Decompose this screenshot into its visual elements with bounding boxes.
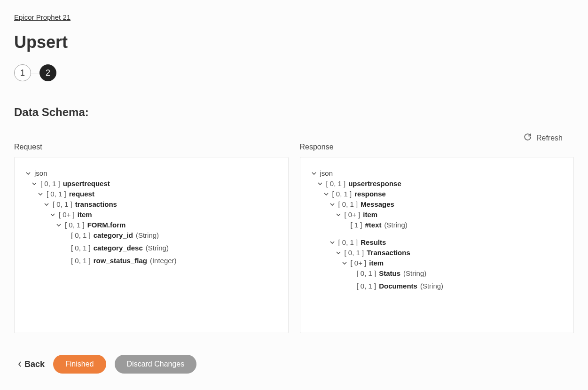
- tree-leaf[interactable]: [ 0, 1 ] category_id (String): [62, 231, 278, 239]
- section-title: Data Schema:: [14, 106, 574, 119]
- tree-node-name: Transactions: [367, 249, 410, 257]
- chevron-down-icon[interactable]: [323, 192, 329, 196]
- tree-leaf[interactable]: [ 0, 1 ] row_status_flag (Integer): [62, 257, 278, 265]
- finished-button[interactable]: Finished: [53, 355, 106, 374]
- tree-node-name: FORM.form: [87, 221, 126, 229]
- chevron-down-icon[interactable]: [341, 261, 348, 265]
- tree-node-name: item: [369, 259, 384, 267]
- chevron-down-icon[interactable]: [43, 202, 50, 207]
- request-column-label: Request: [14, 143, 289, 151]
- tree-node-root[interactable]: json: [25, 169, 278, 177]
- tree-leaf[interactable]: [ 0, 1 ] Documents (String): [347, 282, 564, 290]
- back-label: Back: [24, 359, 45, 369]
- stepper: 1 2: [14, 64, 574, 81]
- chevron-down-icon[interactable]: [335, 250, 342, 255]
- tree-node-name: item: [78, 211, 92, 218]
- tree-node-type: (String): [136, 231, 159, 239]
- tree-node-label: json: [320, 169, 333, 177]
- tree-node-cardinality: [ 0, 1 ]: [345, 249, 364, 257]
- tree-node-name: Status: [379, 269, 400, 277]
- tree-node[interactable]: [ 0+ ] item: [341, 259, 564, 267]
- chevron-down-icon[interactable]: [329, 240, 336, 245]
- tree-node-name: upsertresponse: [348, 179, 401, 187]
- tree-node[interactable]: [ 0, 1 ] upsertresponse: [317, 179, 564, 187]
- tree-node-cardinality: [ 0, 1 ]: [326, 179, 346, 187]
- tree-node-name: request: [69, 190, 94, 198]
- tree-node-cardinality: [ 0, 1 ]: [40, 179, 60, 187]
- tree-node[interactable]: [ 0, 1 ] request: [37, 190, 278, 198]
- tree-node-cardinality: [ 0, 1 ]: [357, 269, 376, 277]
- tree-node-cardinality: [ 0, 1 ]: [332, 190, 352, 198]
- tree-leaf[interactable]: [ 1 ] #text (String): [341, 221, 564, 229]
- tree-leaf[interactable]: [ 0, 1 ] Status (String): [347, 269, 564, 277]
- tree-node[interactable]: [ 0, 1 ] Transactions: [335, 249, 564, 257]
- tree-node-name: transactions: [75, 200, 117, 208]
- tree-node-cardinality: [ 0, 1 ]: [53, 200, 72, 208]
- tree-node-cardinality: [ 0+ ]: [351, 259, 367, 267]
- tree-node-name: Results: [361, 238, 386, 246]
- tree-node-type: (String): [384, 221, 408, 229]
- tree-node-name: response: [354, 190, 386, 198]
- tree-node-type: (String): [403, 269, 426, 277]
- chevron-down-icon[interactable]: [25, 171, 31, 176]
- tree-node-cardinality: [ 0, 1 ]: [357, 282, 376, 290]
- tree-node-name: Documents: [379, 282, 417, 290]
- tree-node[interactable]: [ 0, 1 ] FORM.form: [55, 221, 278, 229]
- tree-node-cardinality: [ 0, 1 ]: [65, 221, 85, 229]
- chevron-down-icon[interactable]: [317, 181, 323, 186]
- tree-node[interactable]: [ 0, 1 ] upsertrequest: [31, 179, 278, 187]
- chevron-down-icon[interactable]: [55, 223, 62, 227]
- chevron-left-icon: [18, 359, 22, 369]
- request-tree-panel: json [ 0, 1 ] upsertrequest: [14, 157, 289, 333]
- tree-node-cardinality: [ 0, 1 ]: [47, 190, 66, 198]
- breadcrumb[interactable]: Epicor Prophet 21: [14, 13, 71, 21]
- tree-node-type: (Integer): [150, 257, 177, 265]
- chevron-down-icon[interactable]: [37, 192, 44, 196]
- tree-node[interactable]: [ 0, 1 ] response: [323, 190, 564, 198]
- tree-node-cardinality: [ 0+ ]: [345, 211, 361, 218]
- tree-node[interactable]: [ 0, 1 ] Results: [329, 238, 564, 246]
- step-connector: [31, 73, 39, 73]
- chevron-down-icon[interactable]: [31, 181, 38, 186]
- chevron-down-icon[interactable]: [329, 202, 336, 207]
- tree-node-name: upsertrequest: [63, 179, 110, 187]
- tree-node-cardinality: [ 0, 1 ]: [71, 231, 91, 239]
- chevron-down-icon[interactable]: [335, 212, 342, 217]
- tree-node[interactable]: [ 0+ ] item: [335, 211, 564, 218]
- tree-node-cardinality: [ 0, 1 ]: [71, 257, 91, 265]
- tree-leaf[interactable]: [ 0, 1 ] category_desc (String): [62, 244, 278, 252]
- discard-changes-button[interactable]: Discard Changes: [115, 355, 197, 374]
- tree-node-name: row_status_flag: [94, 257, 147, 265]
- chevron-down-icon[interactable]: [49, 212, 56, 217]
- tree-node[interactable]: [ 0, 1 ] Messages: [329, 200, 564, 208]
- refresh-label: Refresh: [536, 134, 563, 142]
- tree-node-name: item: [363, 211, 377, 218]
- chevron-down-icon[interactable]: [311, 171, 317, 176]
- tree-node-label: json: [34, 169, 47, 177]
- tree-node-name: category_desc: [94, 244, 143, 252]
- tree-node-name: Messages: [361, 200, 394, 208]
- refresh-icon: [524, 133, 532, 143]
- tree-node-cardinality: [ 0, 1 ]: [338, 200, 358, 208]
- tree-node[interactable]: [ 0+ ] item: [49, 211, 278, 218]
- tree-node-type: (String): [420, 282, 443, 290]
- step-1[interactable]: 1: [14, 64, 31, 81]
- tree-node-cardinality: [ 0, 1 ]: [71, 244, 91, 252]
- tree-node[interactable]: [ 0, 1 ] transactions: [43, 200, 278, 208]
- tree-node-cardinality: [ 0+ ]: [59, 211, 75, 218]
- page-title: Upsert: [14, 32, 574, 52]
- tree-node-cardinality: [ 0, 1 ]: [338, 238, 358, 246]
- tree-node-cardinality: [ 1 ]: [351, 221, 362, 229]
- tree-node-root[interactable]: json: [311, 169, 564, 177]
- tree-node-type: (String): [146, 244, 169, 252]
- response-tree-panel: json [ 0, 1 ] upsertresponse: [300, 157, 574, 333]
- tree-node-name: category_id: [94, 231, 133, 239]
- back-button[interactable]: Back: [18, 359, 45, 369]
- refresh-button[interactable]: Refresh: [524, 133, 563, 143]
- step-2[interactable]: 2: [39, 64, 56, 81]
- tree-node-name: #text: [365, 221, 382, 229]
- response-column-label: Response: [300, 143, 574, 151]
